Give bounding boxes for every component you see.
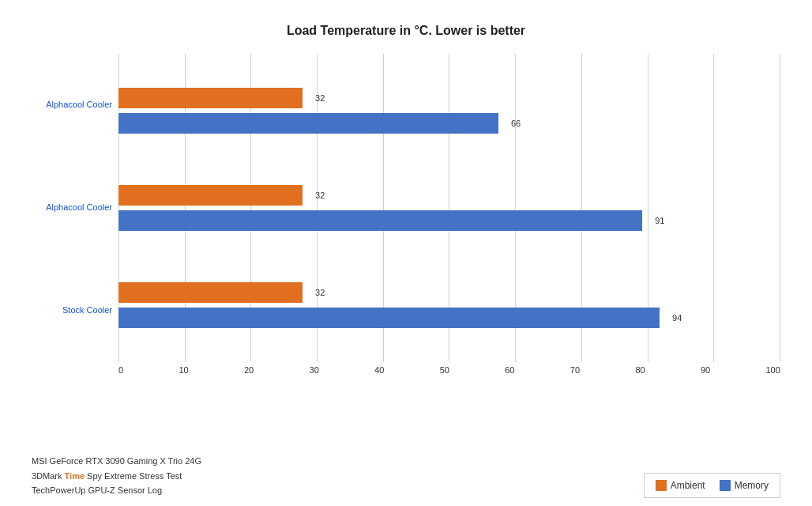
bar-memory-1: 66 <box>118 113 498 134</box>
footnotes: MSI GeForce RTX 3090 Gaming X Trio 24G 3… <box>32 454 201 498</box>
y-axis-labels: Alphacool Cooler Alphacool Cooler Stock … <box>32 54 118 386</box>
x-axis: 0 10 20 30 40 50 60 70 80 90 100 <box>118 362 780 386</box>
bar-row-ambient-2: 32 <box>118 184 780 206</box>
bar-row-memory-1: 66 <box>118 112 780 134</box>
bar-memory-2: 91 <box>118 210 642 231</box>
bar-label-ambient-1: 32 <box>315 93 325 103</box>
x-tick-100: 100 <box>766 365 780 375</box>
footnote-line3: TechPowerUp GPU-Z Sensor Log <box>32 483 201 498</box>
chart-container: Load Temperature in °C. Lower is better … <box>0 0 812 506</box>
bar-memory-3: 94 <box>118 308 660 328</box>
bar-ambient-2: 32 <box>118 185 303 206</box>
x-tick-90: 90 <box>701 365 710 375</box>
x-tick-20: 20 <box>244 365 254 375</box>
legend-label-memory: Memory <box>735 480 769 491</box>
bar-row-ambient-1: 32 <box>118 87 780 109</box>
x-tick-10: 10 <box>179 365 188 375</box>
chart-area: Alphacool Cooler Alphacool Cooler Stock … <box>32 54 780 386</box>
bar-ambient-1: 32 <box>118 88 303 108</box>
footnote-line1: MSI GeForce RTX 3090 Gaming X Trio 24G <box>32 454 201 469</box>
legend: Ambient Memory <box>644 473 780 498</box>
bar-label-ambient-2: 32 <box>315 191 325 200</box>
bars-area: 32 66 32 <box>118 54 780 362</box>
chart-title: Load Temperature in °C. Lower is better <box>32 24 780 38</box>
bar-label-ambient-3: 32 <box>315 288 325 297</box>
legend-label-ambient: Ambient <box>671 480 705 491</box>
plot-area: 32 66 32 <box>118 54 780 386</box>
bottom-section: MSI GeForce RTX 3090 Gaming X Trio 24G 3… <box>32 454 780 498</box>
y-label-1: Alphacool Cooler <box>32 100 118 110</box>
bar-label-memory-3: 94 <box>672 313 682 323</box>
bar-label-memory-1: 66 <box>511 119 521 128</box>
footnote-time: Time <box>65 471 85 481</box>
bar-group-3: 32 94 <box>118 275 780 335</box>
footnote-3dmark: 3DMark <box>32 471 65 481</box>
legend-swatch-ambient <box>656 480 667 491</box>
y-label-3: Stock Cooler <box>32 305 118 315</box>
x-tick-40: 40 <box>374 365 384 375</box>
bar-row-ambient-3: 32 <box>118 281 780 304</box>
legend-item-ambient: Ambient <box>656 480 705 491</box>
bar-row-memory-2: 91 <box>118 210 780 232</box>
legend-swatch-memory <box>720 480 731 491</box>
x-tick-60: 60 <box>505 365 514 375</box>
x-tick-70: 70 <box>570 365 580 375</box>
x-tick-80: 80 <box>635 365 645 375</box>
bar-label-memory-2: 91 <box>655 216 664 225</box>
bar-ambient-3: 32 <box>118 282 303 303</box>
bar-group-1: 32 66 <box>118 81 780 141</box>
legend-item-memory: Memory <box>720 480 769 491</box>
x-tick-0: 0 <box>118 365 123 375</box>
y-label-2: Alphacool Cooler <box>32 202 118 213</box>
bar-group-2: 32 91 <box>118 178 780 238</box>
bar-row-memory-3: 94 <box>118 307 780 329</box>
footnote-line2: 3DMark Time Spy Extreme Stress Test <box>32 469 201 484</box>
x-tick-50: 50 <box>440 365 449 375</box>
footnote-spy: Spy Extreme Stress Test <box>85 471 182 481</box>
x-tick-30: 30 <box>310 365 319 375</box>
